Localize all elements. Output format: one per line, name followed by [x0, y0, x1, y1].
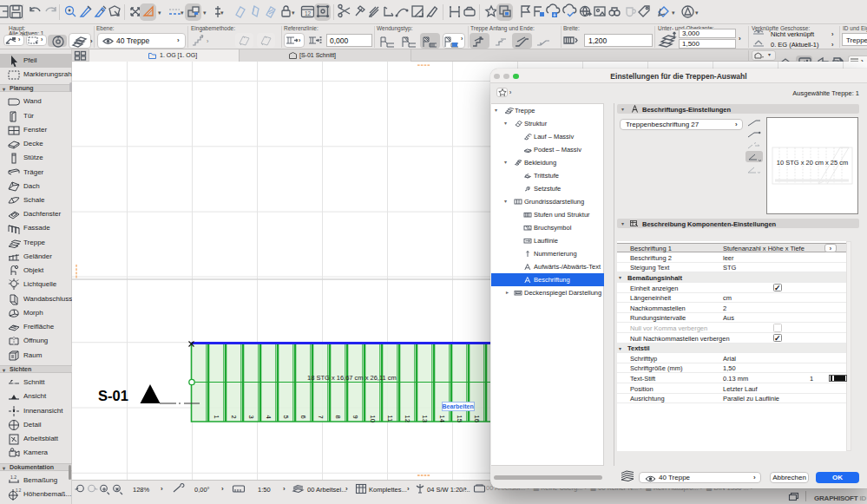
- svg-text:13: 13: [421, 416, 429, 422]
- svg-text:2: 2: [230, 416, 238, 419]
- svg-text:9: 9: [351, 416, 359, 419]
- svg-text:8: 8: [334, 416, 342, 419]
- svg-text:12: 12: [305, 10, 312, 16]
- svg-text:S-01: S-01: [98, 388, 128, 403]
- svg-text:4: 4: [265, 416, 273, 419]
- svg-text:18 STG x 16,67 cm x 26,11 cm: 18 STG x 16,67 cm x 26,11 cm: [307, 374, 397, 382]
- svg-text:3: 3: [247, 416, 255, 419]
- svg-text:16: 16: [473, 416, 481, 422]
- svg-text:15: 15: [456, 416, 463, 422]
- svg-text:10: 10: [369, 416, 377, 422]
- svg-text:1: 1: [213, 416, 220, 419]
- svg-text:14: 14: [438, 416, 446, 422]
- svg-text:1.2: 1.2: [10, 475, 16, 480]
- svg-text:7: 7: [317, 416, 325, 419]
- svg-text:12: 12: [404, 416, 411, 422]
- svg-text:5: 5: [282, 416, 290, 419]
- svg-text:11: 11: [386, 416, 394, 422]
- svg-text:1.2: 1.2: [16, 488, 22, 493]
- svg-text:6: 6: [299, 416, 307, 419]
